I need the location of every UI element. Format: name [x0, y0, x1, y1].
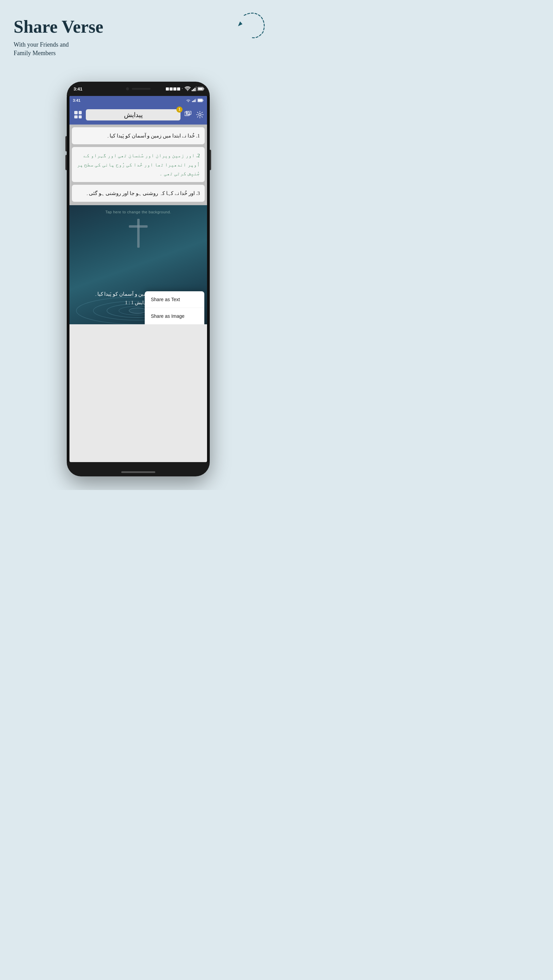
svg-rect-2 — [193, 89, 194, 91]
svg-rect-7 — [198, 88, 203, 90]
signal-icon — [192, 86, 196, 91]
verse-card-1[interactable]: 1. خُدا نے ابتدا میں زمین و آسمان کو پَی… — [72, 127, 205, 144]
screen-time: 3:41 — [73, 98, 80, 102]
share-as-text-button[interactable]: Share as Text — [145, 291, 204, 308]
svg-rect-8 — [192, 101, 193, 102]
settings-icon[interactable] — [196, 111, 204, 118]
cross-symbol — [129, 219, 148, 248]
main-title: Share Verse — [14, 17, 263, 37]
verse-text-3: 3. اور خُدا نے کہا کہ روشنی ہو جا اور رو… — [86, 191, 200, 196]
power-button — [210, 150, 211, 170]
phone-screen: 3:41 — [70, 96, 207, 462]
svg-rect-14 — [198, 99, 202, 102]
verses-container: 1. خُدا نے ابتدا میں زمین و آسمان کو پَی… — [70, 124, 207, 205]
gallery-icon[interactable] — [185, 111, 193, 118]
svg-rect-1 — [192, 90, 193, 91]
svg-rect-4 — [196, 86, 196, 91]
notification-badge: 1 — [176, 107, 183, 113]
battery-icon — [198, 87, 204, 91]
verse-text-2: 2. اور زمین ویران اور سُنسان تھی اور گہر… — [77, 153, 200, 176]
svg-point-18 — [199, 114, 201, 116]
screen-signal-icon — [192, 99, 196, 102]
svg-rect-3 — [194, 88, 196, 91]
speaker-grille — [132, 88, 150, 90]
share-popup: Share as Text Share as Image — [145, 291, 204, 324]
svg-rect-13 — [203, 100, 204, 101]
volume-down-button — [65, 155, 67, 170]
tap-hint-text: Tap here to change the background. — [70, 210, 207, 214]
grid-menu-icon[interactable] — [73, 110, 83, 120]
svg-rect-9 — [193, 100, 194, 102]
share-as-image-button[interactable]: Share as Image — [145, 308, 204, 324]
front-camera — [126, 88, 129, 91]
status-time: 3:41 — [73, 86, 83, 92]
status-bar-icons: · — [166, 86, 205, 92]
subtitle-line2: Family Members — [14, 50, 56, 56]
header-icons — [185, 111, 204, 118]
verse-text-1: 1. خُدا نے ابتدا میں زمین و آسمان کو پَی… — [107, 133, 200, 138]
svg-rect-6 — [204, 88, 204, 89]
subtitle: With your Friends and Family Members — [14, 40, 263, 57]
book-title-badge[interactable]: پیدایش 1 — [86, 109, 180, 121]
verse-card-3[interactable]: 3. اور خُدا نے کہا کہ روشنی ہو جا اور رو… — [72, 185, 205, 202]
header-section: Share Verse With your Friends and Family… — [0, 0, 276, 65]
screen-status-bar: 3:41 — [70, 96, 207, 105]
phone-device: 3:41 · — [67, 82, 210, 476]
screen-battery-icon — [198, 99, 204, 102]
app-header: پیدایش 1 — [70, 105, 207, 124]
volume-up-button — [65, 136, 67, 151]
svg-rect-10 — [194, 100, 196, 102]
svg-rect-11 — [196, 99, 196, 102]
image-preview[interactable]: Tap here to change the background. — [70, 205, 207, 324]
svg-point-23 — [129, 308, 146, 313]
wifi-icon — [185, 86, 191, 91]
subtitle-line1: With your Friends and — [14, 41, 69, 48]
verse-card-2[interactable]: 2. اور زمین ویران اور سُنسان تھی اور گہر… — [72, 147, 205, 182]
screen-wifi-icon — [186, 99, 191, 102]
